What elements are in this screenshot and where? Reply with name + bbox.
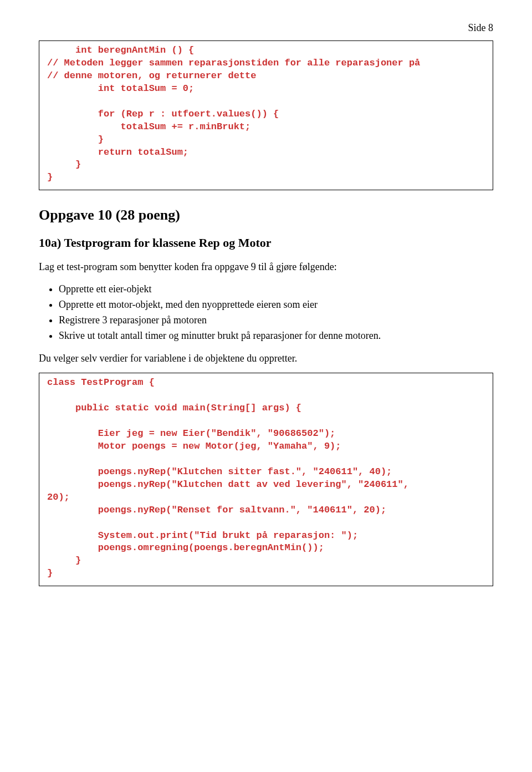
bullet-list: Opprette ett eier-objekt Opprette ett mo… <box>59 282 493 343</box>
heading-oppgave: Oppgave 10 (28 poeng) <box>39 207 493 224</box>
intro-paragraph: Lag et test-program som benytter koden f… <box>39 260 493 273</box>
code-block-1: int beregnAntMin () { // Metoden legger … <box>39 40 493 190</box>
heading-sub: 10a) Testprogram for klassene Rep og Mot… <box>39 236 493 250</box>
list-item: Registrere 3 reparasjoner på motoren <box>59 313 493 327</box>
list-item: Opprette ett motor-objekt, med den nyopp… <box>59 297 493 312</box>
page-number: Side 8 <box>39 22 493 34</box>
list-item: Opprette ett eier-objekt <box>59 282 493 296</box>
list-item: Skrive ut totalt antall timer og minutte… <box>59 328 493 343</box>
outro-paragraph: Du velger selv verdier for variablene i … <box>39 352 493 365</box>
code-block-2: class TestProgram { public static void m… <box>39 373 493 586</box>
